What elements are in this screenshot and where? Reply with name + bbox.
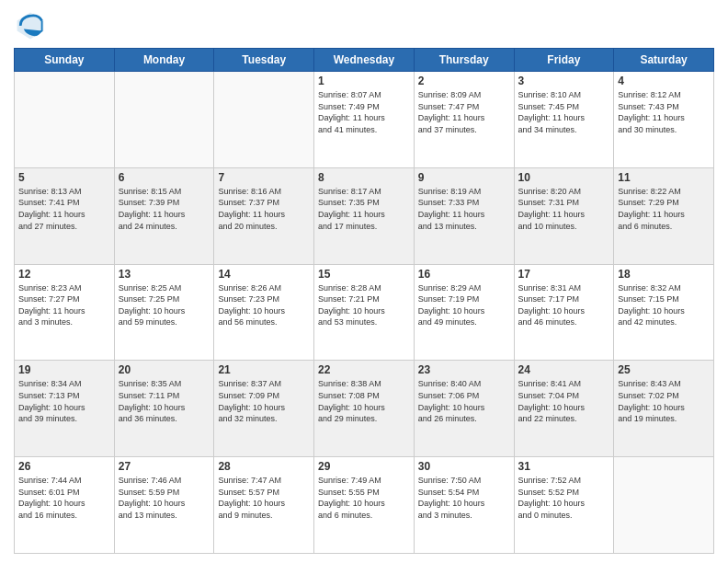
day-number: 17 xyxy=(518,268,610,281)
day-number: 19 xyxy=(18,363,110,376)
calendar-day-30: 30Sunrise: 7:50 AM Sunset: 5:54 PM Dayli… xyxy=(414,457,514,554)
calendar-day-empty xyxy=(114,72,214,168)
day-info: Sunrise: 8:19 AM Sunset: 7:33 PM Dayligh… xyxy=(418,186,510,232)
calendar-week-row: 12Sunrise: 8:23 AM Sunset: 7:27 PM Dayli… xyxy=(15,264,714,361)
day-number: 12 xyxy=(18,268,110,281)
day-info: Sunrise: 8:09 AM Sunset: 7:47 PM Dayligh… xyxy=(418,89,510,135)
day-info: Sunrise: 7:50 AM Sunset: 5:54 PM Dayligh… xyxy=(418,475,510,521)
calendar-day-9: 9Sunrise: 8:19 AM Sunset: 7:33 PM Daylig… xyxy=(414,167,514,264)
calendar-day-10: 10Sunrise: 8:20 AM Sunset: 7:31 PM Dayli… xyxy=(514,167,614,264)
day-number: 4 xyxy=(618,75,710,87)
day-info: Sunrise: 8:17 AM Sunset: 7:35 PM Dayligh… xyxy=(318,186,410,232)
day-number: 18 xyxy=(618,268,710,281)
calendar-table: SundayMondayTuesdayWednesdayThursdayFrid… xyxy=(14,48,714,554)
weekday-header-thursday: Thursday xyxy=(414,49,514,72)
calendar-day-2: 2Sunrise: 8:09 AM Sunset: 7:47 PM Daylig… xyxy=(414,72,514,168)
day-number: 7 xyxy=(218,171,310,184)
calendar-day-empty xyxy=(214,72,314,168)
calendar-day-12: 12Sunrise: 8:23 AM Sunset: 7:27 PM Dayli… xyxy=(15,264,115,361)
weekday-header-tuesday: Tuesday xyxy=(214,49,314,72)
calendar-day-26: 26Sunrise: 7:44 AM Sunset: 6:01 PM Dayli… xyxy=(15,457,115,554)
calendar-day-21: 21Sunrise: 8:37 AM Sunset: 7:09 PM Dayli… xyxy=(214,361,314,457)
calendar-day-empty xyxy=(15,72,115,168)
calendar-day-25: 25Sunrise: 8:43 AM Sunset: 7:02 PM Dayli… xyxy=(614,361,714,457)
logo xyxy=(14,9,51,42)
day-info: Sunrise: 7:49 AM Sunset: 5:55 PM Dayligh… xyxy=(318,475,410,521)
day-info: Sunrise: 7:52 AM Sunset: 5:52 PM Dayligh… xyxy=(518,475,610,521)
calendar-day-11: 11Sunrise: 8:22 AM Sunset: 7:29 PM Dayli… xyxy=(614,167,714,264)
day-info: Sunrise: 7:46 AM Sunset: 5:59 PM Dayligh… xyxy=(119,475,210,521)
day-number: 27 xyxy=(119,460,210,473)
day-number: 29 xyxy=(318,460,410,473)
weekday-header-friday: Friday xyxy=(514,49,614,72)
calendar-day-1: 1Sunrise: 8:07 AM Sunset: 7:49 PM Daylig… xyxy=(314,72,415,168)
day-info: Sunrise: 8:40 AM Sunset: 7:06 PM Dayligh… xyxy=(418,378,510,424)
day-info: Sunrise: 8:22 AM Sunset: 7:29 PM Dayligh… xyxy=(618,186,710,232)
day-info: Sunrise: 8:16 AM Sunset: 7:37 PM Dayligh… xyxy=(218,186,310,232)
day-number: 28 xyxy=(218,460,310,473)
calendar-day-29: 29Sunrise: 7:49 AM Sunset: 5:55 PM Dayli… xyxy=(314,457,415,554)
day-number: 5 xyxy=(18,171,110,184)
day-info: Sunrise: 8:28 AM Sunset: 7:21 PM Dayligh… xyxy=(318,282,410,328)
calendar-day-13: 13Sunrise: 8:25 AM Sunset: 7:25 PM Dayli… xyxy=(114,264,214,361)
day-info: Sunrise: 8:13 AM Sunset: 7:41 PM Dayligh… xyxy=(18,186,110,232)
day-number: 22 xyxy=(318,363,410,376)
day-info: Sunrise: 8:12 AM Sunset: 7:43 PM Dayligh… xyxy=(618,89,710,135)
day-number: 26 xyxy=(18,460,110,473)
day-info: Sunrise: 8:20 AM Sunset: 7:31 PM Dayligh… xyxy=(518,186,610,232)
calendar-day-14: 14Sunrise: 8:26 AM Sunset: 7:23 PM Dayli… xyxy=(214,264,314,361)
day-info: Sunrise: 8:35 AM Sunset: 7:11 PM Dayligh… xyxy=(119,378,210,424)
weekday-header-wednesday: Wednesday xyxy=(314,49,415,72)
calendar-day-17: 17Sunrise: 8:31 AM Sunset: 7:17 PM Dayli… xyxy=(514,264,614,361)
day-number: 15 xyxy=(318,268,410,281)
day-info: Sunrise: 8:26 AM Sunset: 7:23 PM Dayligh… xyxy=(218,282,310,328)
day-number: 9 xyxy=(418,171,510,184)
day-info: Sunrise: 8:43 AM Sunset: 7:02 PM Dayligh… xyxy=(618,378,710,424)
day-info: Sunrise: 7:47 AM Sunset: 5:57 PM Dayligh… xyxy=(218,475,310,521)
day-number: 6 xyxy=(119,171,210,184)
day-number: 25 xyxy=(618,363,710,376)
calendar-day-empty xyxy=(614,457,714,554)
calendar-day-7: 7Sunrise: 8:16 AM Sunset: 7:37 PM Daylig… xyxy=(214,167,314,264)
day-number: 14 xyxy=(218,268,310,281)
calendar-week-row: 26Sunrise: 7:44 AM Sunset: 6:01 PM Dayli… xyxy=(15,457,714,554)
calendar-day-6: 6Sunrise: 8:15 AM Sunset: 7:39 PM Daylig… xyxy=(114,167,214,264)
day-number: 3 xyxy=(518,75,610,87)
calendar-week-row: 5Sunrise: 8:13 AM Sunset: 7:41 PM Daylig… xyxy=(15,167,714,264)
calendar-week-row: 1Sunrise: 8:07 AM Sunset: 7:49 PM Daylig… xyxy=(15,72,714,168)
calendar-day-18: 18Sunrise: 8:32 AM Sunset: 7:15 PM Dayli… xyxy=(614,264,714,361)
day-info: Sunrise: 8:23 AM Sunset: 7:27 PM Dayligh… xyxy=(18,282,110,328)
day-info: Sunrise: 8:25 AM Sunset: 7:25 PM Dayligh… xyxy=(119,282,210,328)
day-info: Sunrise: 8:41 AM Sunset: 7:04 PM Dayligh… xyxy=(518,378,610,424)
day-info: Sunrise: 8:31 AM Sunset: 7:17 PM Dayligh… xyxy=(518,282,610,328)
calendar-day-22: 22Sunrise: 8:38 AM Sunset: 7:08 PM Dayli… xyxy=(314,361,415,457)
day-number: 11 xyxy=(618,171,710,184)
day-number: 30 xyxy=(418,460,510,473)
calendar-day-24: 24Sunrise: 8:41 AM Sunset: 7:04 PM Dayli… xyxy=(514,361,614,457)
day-number: 20 xyxy=(119,363,210,376)
calendar-week-row: 19Sunrise: 8:34 AM Sunset: 7:13 PM Dayli… xyxy=(15,361,714,457)
logo-icon xyxy=(14,9,47,42)
day-number: 8 xyxy=(318,171,410,184)
calendar-day-27: 27Sunrise: 7:46 AM Sunset: 5:59 PM Dayli… xyxy=(114,457,214,554)
calendar-day-19: 19Sunrise: 8:34 AM Sunset: 7:13 PM Dayli… xyxy=(15,361,115,457)
calendar-day-3: 3Sunrise: 8:10 AM Sunset: 7:45 PM Daylig… xyxy=(514,72,614,168)
calendar-day-8: 8Sunrise: 8:17 AM Sunset: 7:35 PM Daylig… xyxy=(314,167,415,264)
day-info: Sunrise: 8:32 AM Sunset: 7:15 PM Dayligh… xyxy=(618,282,710,328)
calendar-day-15: 15Sunrise: 8:28 AM Sunset: 7:21 PM Dayli… xyxy=(314,264,415,361)
day-info: Sunrise: 8:10 AM Sunset: 7:45 PM Dayligh… xyxy=(518,89,610,135)
day-info: Sunrise: 8:37 AM Sunset: 7:09 PM Dayligh… xyxy=(218,378,310,424)
calendar-day-31: 31Sunrise: 7:52 AM Sunset: 5:52 PM Dayli… xyxy=(514,457,614,554)
day-number: 1 xyxy=(318,75,410,87)
weekday-header-monday: Monday xyxy=(114,49,214,72)
calendar-day-4: 4Sunrise: 8:12 AM Sunset: 7:43 PM Daylig… xyxy=(614,72,714,168)
calendar-day-16: 16Sunrise: 8:29 AM Sunset: 7:19 PM Dayli… xyxy=(414,264,514,361)
day-number: 21 xyxy=(218,363,310,376)
day-info: Sunrise: 8:29 AM Sunset: 7:19 PM Dayligh… xyxy=(418,282,510,328)
day-info: Sunrise: 8:15 AM Sunset: 7:39 PM Dayligh… xyxy=(119,186,210,232)
weekday-header-row: SundayMondayTuesdayWednesdayThursdayFrid… xyxy=(15,49,714,72)
calendar-day-28: 28Sunrise: 7:47 AM Sunset: 5:57 PM Dayli… xyxy=(214,457,314,554)
day-number: 31 xyxy=(518,460,610,473)
day-info: Sunrise: 8:38 AM Sunset: 7:08 PM Dayligh… xyxy=(318,378,410,424)
calendar-day-23: 23Sunrise: 8:40 AM Sunset: 7:06 PM Dayli… xyxy=(414,361,514,457)
